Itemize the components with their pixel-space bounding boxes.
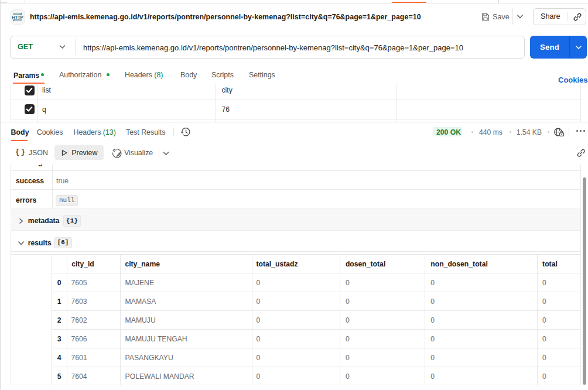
svg-text:HTTP: HTTP [12,15,23,20]
